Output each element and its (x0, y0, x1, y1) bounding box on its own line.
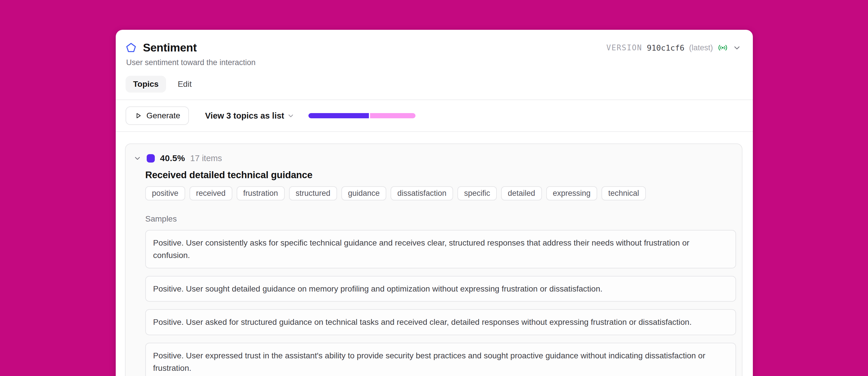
tag[interactable]: guidance (341, 186, 386, 200)
tag[interactable]: structured (289, 186, 337, 200)
topic-color-swatch (147, 154, 155, 162)
topic-title: Received detailed technical guidance (145, 169, 736, 181)
topic-header[interactable]: 40.5% 17 items (133, 153, 736, 163)
view-topics-dropdown[interactable]: View 3 topics as list (205, 111, 294, 121)
tab-topics[interactable]: Topics (126, 76, 166, 93)
view-topics-label: View 3 topics as list (205, 111, 284, 121)
tag[interactable]: expressing (546, 186, 597, 200)
tag[interactable]: technical (601, 186, 646, 200)
collapse-chevron-icon[interactable] (133, 154, 142, 162)
live-broadcast-icon (717, 43, 728, 52)
tabs-row: Topics Edit (126, 76, 741, 99)
version-hash: 910c1cf6 (647, 43, 684, 52)
chevron-down-icon[interactable] (733, 43, 741, 52)
page-subtitle: User sentiment toward the interaction (126, 58, 741, 67)
page-title: Sentiment (143, 41, 197, 54)
distribution-segment-purple[interactable] (308, 113, 369, 118)
topic-percent: 40.5% (160, 153, 185, 163)
distribution-segment-pink[interactable] (370, 113, 415, 118)
generate-label: Generate (146, 111, 180, 120)
generate-button[interactable]: Generate (126, 106, 189, 125)
pentagon-icon (126, 42, 136, 53)
tag[interactable]: frustration (237, 186, 285, 200)
chevron-down-icon (287, 112, 294, 120)
topic-panel: 40.5% 17 items Received detailed technic… (125, 144, 742, 376)
tag[interactable]: dissatisfaction (391, 186, 453, 200)
topic-tags: positive received frustration structured… (145, 186, 736, 200)
tag[interactable]: specific (458, 186, 497, 200)
card-header: Sentiment VERSION 910c1cf6 (latest) User… (116, 30, 753, 99)
toolbar: Generate View 3 topics as list (116, 100, 753, 131)
topic-distribution-bar[interactable] (308, 113, 415, 118)
tag[interactable]: positive (145, 186, 185, 200)
sample-card[interactable]: Positive. User expressed trust in the as… (145, 343, 736, 376)
tag[interactable]: received (189, 186, 232, 200)
samples-label: Samples (145, 214, 736, 224)
version-label: VERSION (607, 43, 642, 52)
tab-edit[interactable]: Edit (170, 76, 199, 93)
play-icon (134, 112, 142, 120)
version-latest-tag: (latest) (689, 43, 713, 52)
topic-items-count: 17 items (190, 154, 222, 163)
sample-card[interactable]: Positive. User sought detailed guidance … (145, 276, 736, 302)
sentiment-card: Sentiment VERSION 910c1cf6 (latest) User… (116, 30, 753, 376)
tag[interactable]: detailed (501, 186, 542, 200)
sample-card[interactable]: Positive. User consistently asks for spe… (145, 230, 736, 269)
card-body: 40.5% 17 items Received detailed technic… (116, 132, 753, 376)
version-selector[interactable]: VERSION 910c1cf6 (latest) (607, 43, 741, 52)
sample-card[interactable]: Positive. User asked for structured guid… (145, 309, 736, 335)
